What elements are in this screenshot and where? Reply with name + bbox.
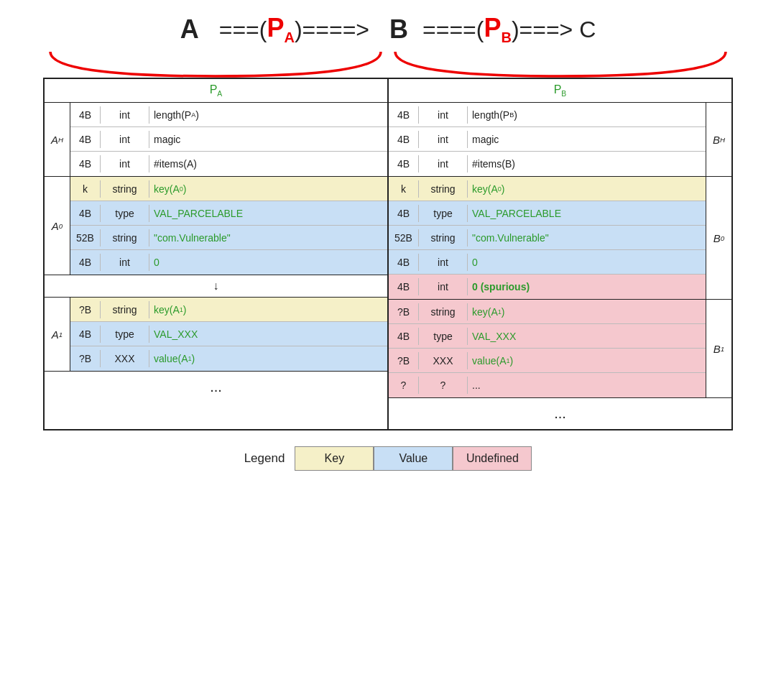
size-cell: ?B xyxy=(389,352,419,369)
table-row: 4B int 0 (spurious) xyxy=(389,275,706,299)
PA-sub: A xyxy=(284,29,294,45)
name-cell: key(A1) xyxy=(149,301,387,318)
AH-label: AH xyxy=(45,103,70,176)
size-cell: 4B xyxy=(70,254,101,271)
size-cell: k xyxy=(70,180,101,198)
table-row: k string key(A0) xyxy=(70,177,387,201)
B0-rows: k string key(A0) 4B type VAL_PARCELABLE … xyxy=(389,177,706,299)
name-cell: key(A1) xyxy=(468,303,706,321)
type-cell: string xyxy=(101,229,149,247)
size-cell: ?B xyxy=(389,303,419,321)
table-row: 4B type VAL_PARCELABLE xyxy=(70,201,387,226)
brace-container xyxy=(43,50,733,78)
size-cell: 52B xyxy=(389,229,419,247)
B0-label: B0 xyxy=(706,177,731,299)
name-cell: length(PB) xyxy=(468,106,706,124)
top-header: A ===( PA )====> B ====( PB )===> C xyxy=(0,0,776,50)
type-cell: type xyxy=(101,326,149,343)
legend-value: Value xyxy=(374,446,453,471)
left-dots: ... xyxy=(45,372,387,402)
AH-rows: 4B int length(PA) 4B int magic 4B int #i… xyxy=(70,103,387,176)
type-cell: int xyxy=(419,131,468,148)
PA-label: PA xyxy=(267,13,294,46)
type-cell: type xyxy=(419,328,468,345)
BH-rows: 4B int length(PB) 4B int magic 4B int #i… xyxy=(389,103,706,176)
name-cell: VAL_XXX xyxy=(468,328,706,345)
brace-left-svg xyxy=(43,50,388,78)
size-cell: ?B xyxy=(70,301,101,318)
legend-label: Legend xyxy=(244,451,285,466)
arrow-right-post: )===> C xyxy=(512,17,596,43)
size-cell: 4B xyxy=(70,326,101,343)
type-cell: int xyxy=(101,131,149,148)
type-cell: int xyxy=(101,254,149,271)
name-cell: 0 xyxy=(149,254,387,271)
table-row: 4B int #items(B) xyxy=(389,152,706,176)
table-row: 4B int 0 xyxy=(389,250,706,275)
label-A: A xyxy=(180,14,199,45)
table-row: 52B string "com.Vulnerable" xyxy=(70,226,387,250)
table-row: 4B type VAL_XXX xyxy=(70,322,387,346)
type-cell: type xyxy=(101,205,149,222)
A1-group: A1 ?B string key(A1) 4B type VAL_XXX ?B … xyxy=(45,298,387,372)
type-cell: XXX xyxy=(419,352,468,369)
name-cell: key(A0) xyxy=(468,180,706,198)
name-cell: value(A1) xyxy=(149,350,387,367)
size-cell: k xyxy=(389,180,419,198)
size-cell: 4B xyxy=(389,155,419,172)
type-cell: type xyxy=(419,205,468,222)
A0-label: A0 xyxy=(45,177,70,275)
name-cell: ... xyxy=(468,377,706,394)
name-cell: #items(A) xyxy=(149,155,387,172)
name-cell: key(A0) xyxy=(149,180,387,198)
BH-label: BH xyxy=(706,103,731,176)
table-row: 4B int length(PA) xyxy=(70,103,387,127)
table-row: ?B string key(A1) xyxy=(389,300,706,324)
main-table: PA AH 4B int length(PA) 4B int magic 4B … xyxy=(43,78,733,430)
A1-label: A1 xyxy=(45,298,70,371)
type-cell: int xyxy=(101,106,149,124)
size-cell: 52B xyxy=(70,229,101,247)
name-cell: VAL_XXX xyxy=(149,326,387,343)
table-row: ?B string key(A1) xyxy=(70,298,387,322)
type-cell: XXX xyxy=(101,350,149,367)
legend: Legend Key Value Undefined xyxy=(244,446,532,471)
size-cell: 4B xyxy=(389,205,419,222)
table-row: ?B XXX value(A1) xyxy=(70,346,387,371)
PB-header-text: PB xyxy=(554,83,567,96)
PB-label: PB xyxy=(484,13,511,46)
A0-group: A0 k string key(A0) 4B type VAL_PARCELAB… xyxy=(45,177,387,275)
table-row: ?B XXX value(A1) xyxy=(389,349,706,373)
brace-right-svg xyxy=(388,50,733,78)
label-B: B xyxy=(389,14,408,45)
table-row: 4B type VAL_XXX xyxy=(389,324,706,349)
size-cell: 4B xyxy=(389,278,419,295)
arrow-right-pre: ====( xyxy=(422,17,484,43)
name-cell: magic xyxy=(149,131,387,148)
left-half: PA AH 4B int length(PA) 4B int magic 4B … xyxy=(45,79,389,429)
arrow-left-pre: ===( xyxy=(219,17,267,43)
name-cell: 0 (spurious) xyxy=(468,278,706,295)
B0-group: k string key(A0) 4B type VAL_PARCELABLE … xyxy=(389,177,731,300)
size-cell: 4B xyxy=(389,131,419,148)
table-row: 52B string "com.Vulnerable" xyxy=(389,226,706,250)
name-cell: VAL_PARCELABLE xyxy=(149,205,387,222)
name-cell: "com.Vulnerable" xyxy=(468,229,706,247)
AH-group: AH 4B int length(PA) 4B int magic 4B int… xyxy=(45,103,387,177)
right-dots: ... xyxy=(389,398,731,429)
type-cell: int xyxy=(419,278,468,295)
B1-label: B1 xyxy=(706,300,731,397)
legend-undefined: Undefined xyxy=(453,446,532,471)
size-cell: 4B xyxy=(389,106,419,124)
type-cell: string xyxy=(419,303,468,321)
PB-section-header: PB xyxy=(389,79,731,103)
type-cell: ? xyxy=(419,377,468,394)
size-cell: 4B xyxy=(70,106,101,124)
name-cell: 0 xyxy=(468,254,706,271)
table-row: 4B int magic xyxy=(70,127,387,152)
table-row: 4B type VAL_PARCELABLE xyxy=(389,201,706,226)
size-cell: 4B xyxy=(70,155,101,172)
right-half: PB 4B int length(PB) 4B int magic 4B int… xyxy=(389,79,731,429)
size-cell: 4B xyxy=(70,131,101,148)
table-row: 4B int #items(A) xyxy=(70,152,387,176)
